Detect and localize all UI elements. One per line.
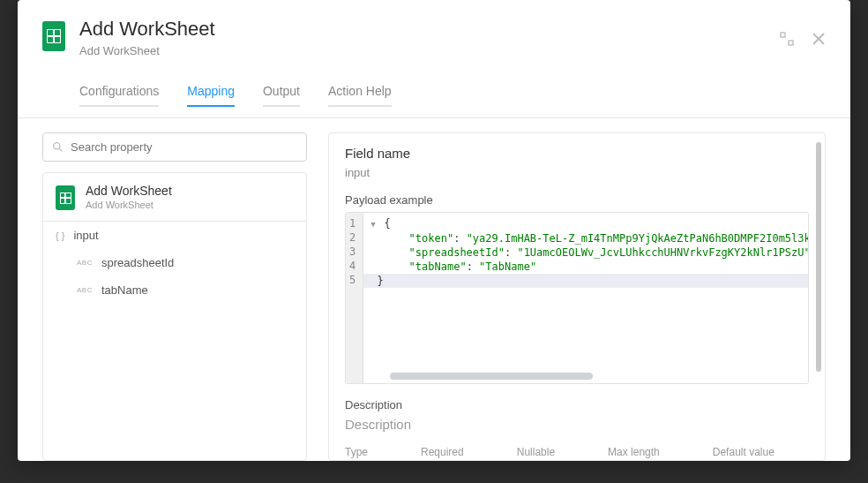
object-icon: { } [56,230,64,241]
line-gutter: 12345 [346,213,363,383]
code-editor[interactable]: 12345 ▼ { "token": "ya29.ImHAB-TeL-Z_mI4… [345,212,809,384]
search-box[interactable] [42,132,307,162]
tree-row-tabname[interactable]: ABC tabName [43,276,306,304]
google-sheets-icon [56,185,75,210]
svg-rect-0 [781,33,785,37]
search-icon [52,141,64,153]
svg-rect-1 [789,41,793,45]
string-icon: ABC [77,286,93,294]
modal-dialog: Add WorkSheet Add WorkSheet Configuratio… [18,0,850,461]
close-icon[interactable] [812,32,826,46]
tab-mapping[interactable]: Mapping [187,84,235,107]
google-sheets-icon [42,21,65,51]
header-actions [780,18,826,46]
svg-point-4 [54,143,60,149]
meta-row: Type Required Nullable Max length Defaul… [345,446,809,458]
meta-required: Required [421,446,464,458]
tree-row-spreadsheetid[interactable]: ABC spreadsheetId [43,249,306,276]
right-panel[interactable]: Field name input Payload example 12345 ▼… [328,132,826,461]
tab-configurations[interactable]: Configurations [79,84,159,107]
meta-type: Type [345,446,368,458]
title-block: Add WorkSheet Add WorkSheet Configuratio… [79,18,766,107]
tree-node-label: spreadsheetId [101,256,174,269]
scrollbar[interactable] [816,142,821,372]
field-name-value: input [345,166,809,179]
tree-node-label: tabName [101,283,148,297]
modal-title: Add WorkSheet [79,18,766,41]
modal-header: Add WorkSheet Add WorkSheet Configuratio… [18,0,850,118]
tree-node-label: input [73,229,98,242]
field-name-label: Field name [345,146,809,161]
modal-body: Add WorkSheet Add WorkSheet { } input AB… [18,118,850,461]
modal-subtitle: Add WorkSheet [79,44,766,57]
meta-default: Default value [713,446,774,458]
tree-row-input[interactable]: { } input [43,222,306,249]
tree-header-sub: Add WorkSheet [86,200,172,210]
fold-icon[interactable]: ▼ [370,217,378,231]
horizontal-scrollbar[interactable] [381,373,799,380]
tree-header[interactable]: Add WorkSheet Add WorkSheet [43,173,306,222]
meta-maxlength: Max length [608,446,660,458]
code-content[interactable]: ▼ { "token": "ya29.ImHAB-TeL-Z_mI4TnMPp9… [363,213,808,383]
expand-icon[interactable] [780,32,794,46]
svg-line-5 [59,148,62,151]
property-tree: Add WorkSheet Add WorkSheet { } input AB… [42,172,307,461]
left-panel: Add WorkSheet Add WorkSheet { } input AB… [42,132,307,461]
description-label: Description [345,398,809,411]
description-value: Description [345,417,809,432]
tab-output[interactable]: Output [263,84,300,107]
tree-header-title: Add WorkSheet [86,184,172,198]
string-icon: ABC [77,259,93,267]
tab-action-help[interactable]: Action Help [328,84,392,107]
payload-example-label: Payload example [345,193,809,207]
search-input[interactable] [71,140,297,154]
tabs: Configurations Mapping Output Action Hel… [79,73,766,107]
meta-nullable: Nullable [517,446,555,458]
